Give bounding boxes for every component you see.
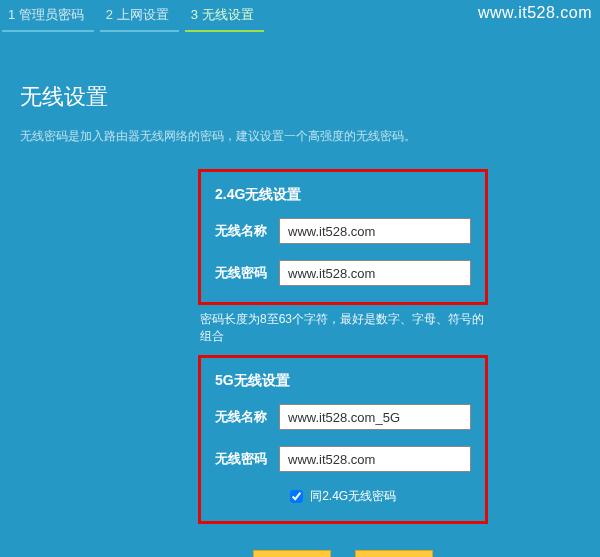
page-description: 无线密码是加入路由器无线网络的密码，建议设置一个高强度的无线密码。: [20, 128, 580, 145]
step-wan-settings[interactable]: 2 上网设置: [100, 6, 179, 32]
watermark: www.it528.com: [478, 4, 592, 22]
panel-24g-heading: 2.4G无线设置: [215, 186, 471, 204]
panel-5g-heading: 5G无线设置: [215, 372, 471, 390]
panel-5g: 5G无线设置 无线名称 无线密码 同2.4G无线密码: [198, 355, 488, 524]
ssid-5g-label: 无线名称: [215, 408, 279, 426]
prev-button[interactable]: 上一步: [253, 550, 331, 557]
ssid-24g-input[interactable]: [279, 218, 471, 244]
password-24g-input[interactable]: [279, 260, 471, 286]
step-admin-password[interactable]: 1 管理员密码: [2, 6, 94, 32]
same-as-24g-checkbox[interactable]: [290, 490, 303, 503]
ssid-5g-input[interactable]: [279, 404, 471, 430]
page-title: 无线设置: [20, 82, 580, 112]
password-5g-input[interactable]: [279, 446, 471, 472]
step-wireless-settings[interactable]: 3 无线设置: [185, 6, 264, 32]
password-hint: 密码长度为8至63个字符，最好是数字、字母、符号的组合: [198, 311, 488, 345]
password-24g-label: 无线密码: [215, 264, 279, 282]
ssid-24g-label: 无线名称: [215, 222, 279, 240]
same-as-24g-label: 同2.4G无线密码: [310, 489, 396, 503]
panel-24g: 2.4G无线设置 无线名称 无线密码: [198, 169, 488, 305]
password-5g-label: 无线密码: [215, 450, 279, 468]
ok-button[interactable]: 确定: [355, 550, 433, 557]
